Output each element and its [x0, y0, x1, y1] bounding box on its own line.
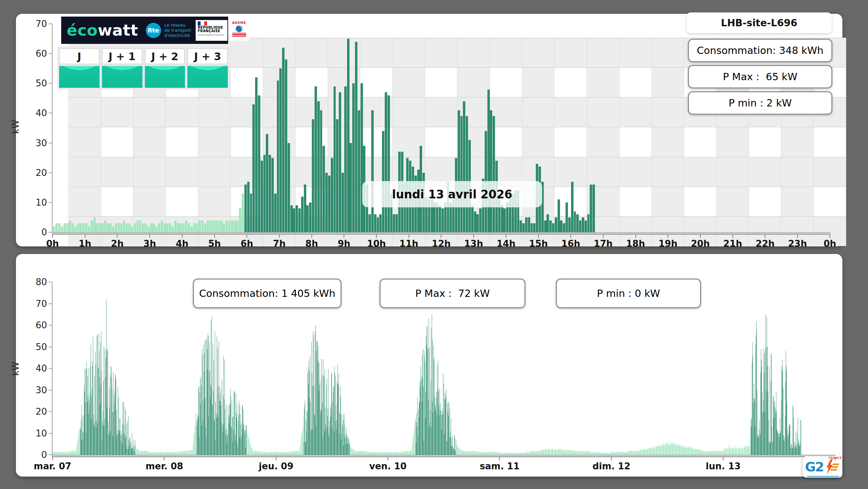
bar[interactable]	[755, 401, 755, 455]
bar[interactable]	[178, 452, 178, 455]
bar[interactable]	[209, 342, 210, 455]
bar[interactable]	[315, 331, 315, 455]
bar[interactable]	[381, 452, 381, 455]
bar[interactable]	[774, 418, 774, 455]
bar[interactable]	[455, 450, 455, 455]
bar[interactable]	[217, 347, 218, 455]
bar[interactable]	[108, 351, 108, 455]
bar[interactable]	[336, 119, 338, 232]
bar[interactable]	[773, 396, 774, 455]
bar[interactable]	[151, 452, 152, 455]
bar[interactable]	[460, 116, 463, 232]
bar[interactable]	[573, 450, 573, 455]
bar[interactable]	[702, 450, 703, 455]
bar[interactable]	[561, 449, 561, 455]
bar[interactable]	[564, 450, 564, 455]
bar[interactable]	[463, 452, 463, 455]
bar[interactable]	[475, 451, 475, 455]
bar[interactable]	[758, 435, 758, 455]
bar[interactable]	[556, 450, 557, 455]
bar[interactable]	[434, 360, 434, 455]
bar[interactable]	[309, 360, 309, 455]
bar[interactable]	[623, 452, 623, 455]
bar[interactable]	[664, 445, 664, 455]
bar[interactable]	[260, 451, 260, 455]
bar[interactable]	[728, 448, 728, 455]
bar[interactable]	[781, 431, 781, 455]
bar[interactable]	[729, 444, 729, 455]
bar[interactable]	[759, 420, 760, 455]
bar[interactable]	[722, 451, 723, 455]
bar[interactable]	[750, 427, 751, 455]
bar[interactable]	[748, 446, 748, 455]
bar[interactable]	[766, 390, 766, 455]
bar[interactable]	[246, 425, 246, 455]
bar[interactable]	[493, 452, 494, 455]
bar[interactable]	[115, 374, 115, 455]
bar[interactable]	[274, 452, 275, 455]
bar[interactable]	[305, 442, 306, 455]
bar[interactable]	[769, 366, 769, 455]
bar[interactable]	[409, 451, 410, 455]
bar[interactable]	[364, 451, 364, 455]
bar[interactable]	[192, 450, 192, 455]
bar[interactable]	[460, 449, 460, 455]
bar[interactable]	[179, 452, 180, 455]
bar[interactable]	[161, 220, 163, 232]
bar[interactable]	[238, 448, 238, 455]
bar[interactable]	[663, 446, 663, 455]
bar[interactable]	[744, 446, 745, 455]
bar[interactable]	[158, 452, 158, 455]
bar[interactable]	[363, 451, 363, 455]
bar[interactable]	[74, 451, 74, 455]
bar[interactable]	[402, 452, 402, 455]
bar[interactable]	[780, 433, 781, 455]
bar[interactable]	[277, 81, 279, 232]
bar[interactable]	[800, 442, 800, 455]
bar[interactable]	[786, 370, 787, 455]
bar[interactable]	[252, 448, 252, 455]
bar[interactable]	[797, 444, 798, 455]
bar[interactable]	[434, 358, 435, 455]
bar[interactable]	[532, 451, 532, 455]
bar[interactable]	[167, 452, 168, 455]
bar[interactable]	[357, 452, 357, 455]
bar[interactable]	[732, 448, 732, 455]
bar[interactable]	[271, 452, 271, 455]
bar[interactable]	[630, 451, 630, 455]
bar[interactable]	[141, 451, 141, 455]
bar[interactable]	[396, 452, 396, 455]
bar[interactable]	[292, 452, 292, 455]
bar[interactable]	[107, 223, 109, 232]
bar[interactable]	[404, 452, 404, 455]
bar[interactable]	[141, 451, 141, 455]
bar[interactable]	[721, 451, 722, 455]
bar[interactable]	[252, 448, 252, 455]
bar[interactable]	[114, 394, 114, 455]
bar[interactable]	[358, 452, 358, 455]
bar[interactable]	[59, 452, 59, 455]
bar[interactable]	[698, 450, 698, 455]
bar[interactable]	[336, 429, 337, 455]
bar[interactable]	[216, 402, 216, 455]
bar[interactable]	[226, 435, 226, 455]
bar[interactable]	[215, 220, 217, 232]
bar[interactable]	[468, 452, 468, 455]
bar[interactable]	[325, 408, 325, 455]
bar[interactable]	[666, 443, 666, 455]
bar[interactable]	[796, 431, 796, 455]
bar[interactable]	[64, 223, 66, 232]
bar[interactable]	[480, 452, 480, 455]
bar[interactable]	[392, 452, 392, 455]
bar[interactable]	[92, 388, 92, 455]
bar[interactable]	[421, 380, 421, 455]
bar[interactable]	[547, 214, 549, 232]
bar[interactable]	[401, 452, 402, 455]
bar[interactable]	[349, 438, 349, 455]
bar[interactable]	[316, 426, 316, 455]
bar[interactable]	[55, 223, 58, 232]
bar[interactable]	[83, 432, 84, 455]
bar[interactable]	[348, 444, 349, 455]
bar[interactable]	[116, 379, 116, 455]
bar[interactable]	[529, 451, 529, 455]
